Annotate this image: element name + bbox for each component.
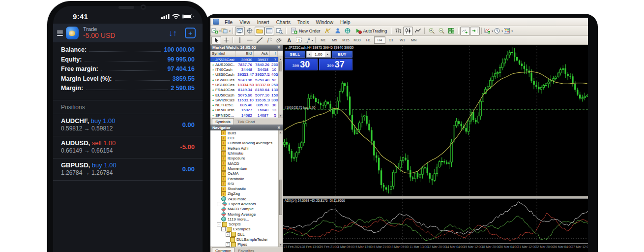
tile-windows-button[interactable] bbox=[446, 27, 456, 35]
collapse-icon[interactable]: ▲ bbox=[285, 46, 288, 49]
menu-insert[interactable]: Insert bbox=[254, 20, 273, 25]
buy-button[interactable]: BUY bbox=[332, 51, 352, 58]
menu-window[interactable]: Window bbox=[312, 20, 337, 25]
close-icon[interactable]: ✕ bbox=[277, 45, 281, 50]
column-header-ask[interactable]: Ask bbox=[254, 51, 270, 57]
new-order-icon[interactable]: + bbox=[185, 28, 196, 38]
timeframe-h4[interactable]: H4 bbox=[374, 36, 385, 44]
community-button[interactable] bbox=[333, 27, 343, 35]
market-watch-row[interactable]: ▲US30Cash39353.4739357.52405 bbox=[210, 72, 283, 77]
timeframe-m5[interactable]: M5 bbox=[329, 36, 340, 44]
position-row[interactable]: AUDUSD, sell 1.000.66149 → 0.66154-5.00 bbox=[53, 136, 203, 158]
tree-item[interactable]: 2430 more... bbox=[210, 196, 283, 201]
tab-favorites[interactable]: Favorites bbox=[235, 248, 257, 252]
market-watch-row[interactable]: ▲US500Cash5249.965250.4852 bbox=[210, 77, 283, 82]
timeframe-m1[interactable]: M1 bbox=[318, 36, 329, 44]
profiles-button[interactable]: ▼ bbox=[221, 27, 231, 35]
column-header-[interactable]: ! bbox=[270, 51, 278, 57]
timeframe-w1[interactable]: W1 bbox=[397, 36, 408, 44]
market-watch-row[interactable]: ▲HK50Cash168271684013 bbox=[210, 108, 283, 113]
scroll-thumb[interactable] bbox=[279, 62, 282, 71]
scrollbar[interactable]: ▲▼ bbox=[278, 57, 283, 118]
line-chart-button[interactable] bbox=[413, 27, 423, 35]
timeframe-d1[interactable]: D1 bbox=[385, 36, 397, 44]
market-watch-button[interactable] bbox=[235, 27, 245, 35]
tree-item[interactable]: Moving Average bbox=[210, 212, 283, 217]
tab-common[interactable]: Common bbox=[212, 247, 234, 252]
crosshair-button[interactable] bbox=[221, 36, 231, 45]
buy-price[interactable]: 399 37 bbox=[319, 59, 352, 70]
sort-transfer-icon[interactable]: ↓↑ bbox=[169, 29, 177, 37]
adx-indicator-chart[interactable] bbox=[283, 198, 588, 243]
navigator-button[interactable] bbox=[255, 27, 264, 35]
tree-item[interactable]: ƒMomentum bbox=[210, 166, 283, 171]
tree-item[interactable]: ƒCustom Moving Averages bbox=[210, 141, 283, 146]
market-watch-row[interactable]: ▲SPN35C...14082140875 bbox=[210, 113, 283, 118]
market-watch-row[interactable]: ▲NETH25C...885.40885.7030 bbox=[210, 103, 283, 108]
trendline-button[interactable] bbox=[255, 36, 264, 45]
position-row[interactable]: GBPUSD, buy 1.001.26784 → 1.267840.00 bbox=[53, 158, 203, 180]
volume-up-icon[interactable]: ▲ bbox=[325, 51, 330, 57]
market-watch-row[interactable]: ▲FRA40Cash8149.348150.64130 bbox=[210, 88, 283, 93]
market-watch-row[interactable]: ▲EU50Cash5075.605077.10150 bbox=[210, 93, 283, 97]
data-window-button[interactable] bbox=[245, 27, 255, 35]
tree-item[interactable]: ƒHeiken Ashi bbox=[210, 146, 283, 151]
tree-item[interactable]: ƒStochastic bbox=[210, 186, 283, 191]
tree-item[interactable]: ƒiExposure bbox=[210, 156, 283, 161]
autotrading-button[interactable]: AutoTrading bbox=[352, 27, 390, 35]
new-order-button[interactable]: New Order bbox=[288, 27, 323, 35]
chart-area[interactable]: ▲JP225Cash,H4 39875 39945 39840 39930 SE… bbox=[283, 45, 588, 252]
collapse-icon[interactable]: - bbox=[221, 227, 226, 231]
hline-button[interactable] bbox=[245, 36, 255, 45]
tree-item[interactable]: DLLSampleTester bbox=[210, 237, 283, 242]
indicators-button[interactable]: ▼ bbox=[484, 27, 494, 35]
tree-item[interactable]: MACD Sample bbox=[210, 207, 283, 212]
menu-charts[interactable]: Charts bbox=[273, 20, 294, 25]
scroll-thumb[interactable] bbox=[279, 180, 282, 215]
market-watch-row[interactable]: ▲IT40Cash344483445810 bbox=[210, 67, 283, 72]
tree-item[interactable]: -Scripts bbox=[210, 222, 283, 227]
menu-tools[interactable]: Tools bbox=[294, 20, 312, 25]
scroll-down-icon[interactable]: ▼ bbox=[279, 243, 283, 247]
scrollbar[interactable]: ▲▼ bbox=[278, 130, 283, 247]
channel-button[interactable] bbox=[274, 36, 284, 45]
cursor-button[interactable] bbox=[211, 36, 221, 45]
close-icon[interactable]: ✕ bbox=[277, 126, 281, 130]
auto-scroll-button[interactable] bbox=[460, 27, 470, 35]
tree-item[interactable]: +Pipes bbox=[210, 242, 283, 247]
sell-button[interactable]: SELL bbox=[285, 51, 305, 58]
menu-view[interactable]: View bbox=[236, 20, 254, 25]
tree-item[interactable]: ƒBulls bbox=[210, 130, 283, 135]
expand-icon[interactable]: + bbox=[226, 242, 230, 247]
candle-chart-button[interactable] bbox=[403, 27, 413, 35]
scroll-down-icon[interactable]: ▼ bbox=[279, 114, 283, 118]
volume-down-icon[interactable]: ▼ bbox=[307, 51, 312, 57]
menu-file[interactable]: File bbox=[221, 20, 236, 25]
zoom-out-button[interactable] bbox=[437, 27, 446, 35]
tree-item[interactable]: ƒOsMA bbox=[210, 171, 283, 176]
collapse-icon[interactable]: - bbox=[226, 232, 230, 237]
periods-button[interactable]: ▼ bbox=[494, 27, 503, 35]
column-header-bid[interactable]: Bid bbox=[236, 51, 254, 57]
globe-button[interactable] bbox=[343, 27, 352, 35]
market-watch-row[interactable]: ▼US100Cash18334.5018337.00250 bbox=[210, 82, 283, 87]
tree-item[interactable]: ƒCCI bbox=[210, 135, 283, 140]
text-a-button[interactable]: A bbox=[284, 36, 294, 45]
timeframe-h1[interactable]: H1 bbox=[363, 36, 374, 44]
tree-item[interactable]: ƒZigZag bbox=[210, 191, 283, 196]
vline-button[interactable] bbox=[235, 36, 245, 45]
scroll-up-icon[interactable]: ▲ bbox=[279, 130, 283, 134]
hamburger-menu-icon[interactable] bbox=[57, 31, 63, 36]
collapse-icon[interactable]: - bbox=[217, 202, 221, 206]
timeframe-mn[interactable]: MN bbox=[408, 36, 419, 44]
zoom-in-button[interactable] bbox=[427, 27, 437, 35]
tree-item[interactable]: 1119 more... bbox=[210, 217, 283, 221]
market-watch-row[interactable]: ▲AUS200C...7837.767840.26250 bbox=[210, 62, 283, 67]
volume-value[interactable]: 1.00 bbox=[312, 51, 325, 57]
menu-help[interactable]: Help bbox=[337, 20, 354, 25]
tree-item[interactable]: ƒIchimoku bbox=[210, 151, 283, 156]
metaeditor-button[interactable] bbox=[323, 27, 333, 35]
sell-price[interactable]: 399 30 bbox=[285, 59, 318, 70]
tree-item[interactable]: -DLL bbox=[210, 232, 283, 237]
tab-tick-chart[interactable]: Tick Chart bbox=[234, 119, 258, 125]
